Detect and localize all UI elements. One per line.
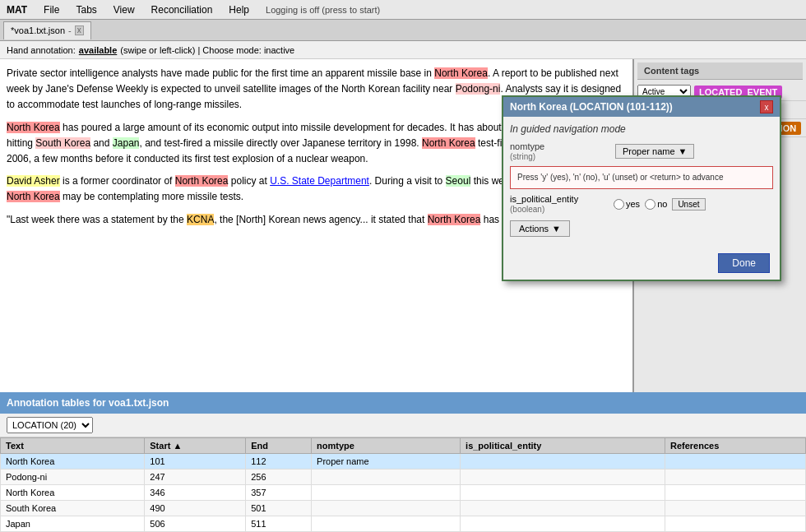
cell-4 [461,454,665,470]
menu-file[interactable]: File [40,2,63,17]
table-row[interactable]: Podong-ni247256 [1,470,806,485]
cell-1: 506 [145,516,246,532]
table-section: LOCATION (20) Text Start ▲ End nomtype i… [0,414,806,532]
cell-1: 101 [145,454,246,470]
content-tags-label: Content tags [644,66,699,76]
cell-0: South Korea [1,501,145,516]
cell-1: 247 [145,470,246,485]
entity-north-korea-1[interactable]: North Korea [434,67,488,79]
col-references[interactable]: References [665,438,806,454]
annotation-prefix: Hand annotation: [7,45,76,55]
col-text[interactable]: Text [1,438,145,454]
menu-mat[interactable]: MAT [3,2,30,17]
cell-5 [665,501,806,516]
dialog-body: In guided navigation mode nomtype (strin… [503,117,780,247]
entity-north-korea-3[interactable]: North Korea [422,137,475,149]
cell-5 [665,485,806,501]
guided-nav-label: In guided navigation mode [510,123,773,135]
cell-4 [461,501,665,516]
entity-north-korea-4[interactable]: North Korea [175,175,229,187]
table-row[interactable]: South Korea490501 [1,501,806,516]
table-row[interactable]: Japan506511 [1,516,806,532]
hint-box: Press 'y' (yes), 'n' (no), 'u' (unset) o… [510,166,773,189]
cell-3 [312,470,461,485]
cell-3 [312,516,461,532]
actions-arrow-icon: ▼ [552,224,561,234]
entity-north-korea-6[interactable]: North Korea [428,214,481,225]
entity-david-asher[interactable]: David Asher [7,175,60,187]
active-tab[interactable]: *voa1.txt.json - x [3,21,91,39]
cell-3 [312,485,461,501]
entity-japan[interactable]: Japan [113,137,140,149]
cell-1: 346 [145,485,246,501]
radio-no-text: no [657,199,667,209]
entity-north-korea-5[interactable]: North Korea [7,191,60,202]
cell-3 [312,501,461,516]
cell-4 [461,485,665,501]
cell-5 [665,454,806,470]
annotation-bar: Hand annotation: available (swipe or lef… [0,41,806,59]
table-header-row: Text Start ▲ End nomtype is_political_en… [1,438,806,454]
nomtype-dropdown[interactable]: Proper name ▼ [615,144,694,159]
tab-close[interactable]: x [75,25,84,35]
hint-text: Press 'y' (yes), 'n' (no), 'u' (unset) o… [517,173,723,182]
nomtype-row: nomtype (string) Proper name ▼ [510,141,773,161]
cell-5 [665,516,806,532]
cell-3: Proper name [312,454,461,470]
cell-0: North Korea [1,485,145,501]
cell-0: Podong-ni [1,470,145,485]
nomtype-value: Proper name [623,146,675,156]
is-political-entity-row: is_political_entity (boolean) yes no Uns… [510,194,773,214]
radio-yes-label[interactable]: yes [614,199,640,210]
cell-2: 501 [246,501,312,516]
table-row[interactable]: North Korea101112Proper name [1,454,806,470]
menu-reconciliation[interactable]: Reconciliation [148,2,216,17]
actions-label: Actions [519,224,549,234]
col-end[interactable]: End [246,438,312,454]
unset-button[interactable]: Unset [672,198,705,210]
actions-button[interactable]: Actions ▼ [510,220,570,237]
radio-yes[interactable] [614,199,624,210]
annotation-suffix: (swipe or left-click) | Choose mode: ina… [120,45,294,55]
nomtype-arrow-icon: ▼ [679,146,688,156]
entity-south-korea[interactable]: South Korea [35,137,90,149]
menu-view[interactable]: View [110,2,138,17]
tab-minus[interactable]: - [68,25,72,35]
cell-0: Japan [1,516,145,532]
radio-yes-text: yes [626,199,640,209]
table-toolbar: LOCATION (20) [0,414,806,437]
entity-north-korea-2[interactable]: North Korea [7,122,60,133]
radio-no-label[interactable]: no [645,199,667,210]
annotation-table: Text Start ▲ End nomtype is_political_en… [0,437,806,532]
annotation-tables-label: Annotation tables for voa1.txt.json [7,397,169,409]
col-is-political[interactable]: is_political_entity [461,438,665,454]
annotation-dialog: North Korea (LOCATION (101-112)) x In gu… [502,95,781,281]
radio-group: yes no Unset [614,198,706,210]
entity-us-state-dept[interactable]: U.S. State Department [270,175,369,187]
radio-no[interactable] [645,199,655,210]
cell-4 [461,470,665,485]
table-type-selector[interactable]: LOCATION (20) [7,417,93,433]
table-row[interactable]: North Korea346357 [1,485,806,501]
done-button[interactable]: Done [718,253,770,273]
cell-2: 357 [246,485,312,501]
cell-2: 256 [246,470,312,485]
cell-2: 511 [246,516,312,532]
logging-status[interactable]: Logging is off (press to start) [262,3,383,16]
col-nomtype[interactable]: nomtype [312,438,461,454]
entity-seoul[interactable]: Seoul [446,175,471,187]
menu-tabs[interactable]: Tabs [72,2,100,17]
annotation-available[interactable]: available [79,45,117,55]
entity-podong-ni[interactable]: Podong-ni [456,83,501,95]
cell-2: 112 [246,454,312,470]
col-start[interactable]: Start ▲ [145,438,246,454]
annotation-tables-header: Annotation tables for voa1.txt.json [0,392,806,414]
actions-row: Actions ▼ [510,220,773,237]
menu-help[interactable]: Help [225,2,252,17]
the-text: the [170,214,184,225]
nomtype-label: nomtype (string) [510,141,609,161]
dialog-close-button[interactable]: x [760,100,773,113]
entity-kcna[interactable]: KCNA [187,214,214,225]
cell-1: 490 [145,501,246,516]
dialog-titlebar: North Korea (LOCATION (101-112)) x [503,97,780,117]
